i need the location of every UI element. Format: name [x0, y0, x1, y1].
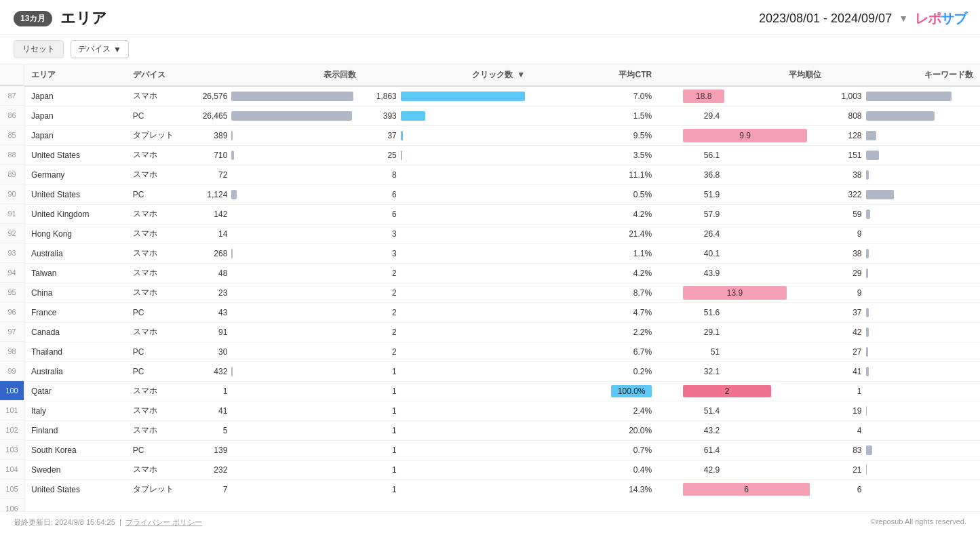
- top-left: 13カ月 エリア: [14, 8, 107, 28]
- cell-clicks: 2: [363, 263, 532, 283]
- cell-clicks: 2: [363, 302, 532, 322]
- cell-device: スマホ: [126, 224, 194, 243]
- cell-keywords: 322: [828, 184, 980, 204]
- col-header-clicks[interactable]: クリック数 ▼: [363, 64, 532, 86]
- cell-device: スマホ: [126, 263, 194, 283]
- privacy-link[interactable]: プライバシー ポリシー: [125, 518, 202, 526]
- cell-keywords: 808: [828, 106, 980, 125]
- data-table-container: エリア デバイス 表示回数 クリック数 ▼ 平均CTR 平均順位 キーワード数 …: [24, 64, 980, 511]
- table-row: FrancePC 43 2 4.7% 51.6 37: [24, 302, 980, 322]
- cell-area: United Kingdom: [24, 204, 126, 224]
- scroll-area[interactable]: エリア デバイス 表示回数 クリック数 ▼ 平均CTR 平均順位 キーワード数 …: [24, 64, 980, 496]
- row-number: 98: [0, 342, 24, 361]
- col-header-ctr: 平均CTR: [532, 64, 659, 86]
- col-header-area: エリア: [24, 64, 126, 86]
- cell-area: Japan: [24, 125, 126, 145]
- cell-clicks: 2: [363, 342, 532, 361]
- cell-clicks: 1: [363, 420, 532, 440]
- table-row: Italyスマホ 41 1 2.4% 51.4 19: [24, 401, 980, 420]
- cell-keywords: 38: [828, 243, 980, 263]
- cell-clicks: 3: [363, 224, 532, 243]
- table-row: Chinaスマホ 23 2 8.7% 13.9 9: [24, 283, 980, 302]
- table-row: Australiaスマホ 268 3 1.1% 40.1 38: [24, 243, 980, 263]
- cell-avg-rank: 6: [659, 479, 827, 496]
- cell-keywords: 1,003: [828, 86, 980, 106]
- cell-avg-rank: 43.2: [659, 420, 827, 440]
- cell-device: スマホ: [126, 243, 194, 263]
- cell-area: Hong Kong: [24, 224, 126, 243]
- cell-device: スマホ: [126, 322, 194, 342]
- table-row: Finlandスマホ 5 1 20.0% 43.2 4: [24, 420, 980, 440]
- cell-device: スマホ: [126, 86, 194, 106]
- cell-keywords: 29: [828, 263, 980, 283]
- cell-ctr: 0.4%: [532, 460, 659, 479]
- cell-area: Thailand: [24, 342, 126, 361]
- table-row: United Kingdomスマホ 142 6 4.2% 57.9 59: [24, 204, 980, 224]
- cell-keywords: 59: [828, 204, 980, 224]
- cell-impressions: 1,124: [193, 184, 362, 204]
- col-header-device: デバイス: [126, 64, 194, 86]
- table-row: ThailandPC 30 2 6.7% 51 27: [24, 342, 980, 361]
- cell-impressions: 48: [193, 263, 362, 283]
- cell-clicks: 6: [363, 184, 532, 204]
- cell-area: Taiwan: [24, 263, 126, 283]
- cell-ctr: 4.2%: [532, 204, 659, 224]
- cell-keywords: 83: [828, 440, 980, 460]
- period-badge: 13カ月: [14, 11, 52, 26]
- cell-clicks: 8: [363, 165, 532, 184]
- cell-area: South Korea: [24, 440, 126, 460]
- cell-device: スマホ: [126, 420, 194, 440]
- row-number: 95: [0, 283, 24, 302]
- device-select[interactable]: デバイス ▼: [71, 40, 129, 58]
- cell-clicks: 1: [363, 479, 532, 496]
- cell-avg-rank: 61.4: [659, 440, 827, 460]
- table-row: United Statesタブレット 7 1 14.3% 6 6: [24, 479, 980, 496]
- cell-avg-rank: 32.1: [659, 361, 827, 381]
- cell-clicks: 1: [363, 401, 532, 420]
- cell-impressions: 26,465: [193, 106, 362, 125]
- chevron-down-icon: ▼: [113, 45, 121, 54]
- cell-avg-rank: 57.9: [659, 204, 827, 224]
- cell-area: Sweden: [24, 460, 126, 479]
- cell-avg-rank: 51.6: [659, 302, 827, 322]
- sort-icon: ▼: [517, 70, 525, 79]
- cell-impressions: 26,576: [193, 86, 362, 106]
- table-row: Germanyスマホ 72 8 11.1% 36.8 38: [24, 165, 980, 184]
- cell-area: United States: [24, 479, 126, 496]
- cell-ctr: 21.4%: [532, 224, 659, 243]
- cell-avg-rank: 29.1: [659, 322, 827, 342]
- cell-keywords: 38: [828, 165, 980, 184]
- row-number: 85: [0, 125, 24, 145]
- row-number: 90: [0, 184, 24, 204]
- chevron-down-icon[interactable]: ▼: [899, 13, 908, 24]
- table-row: Canadaスマホ 91 2 2.2% 29.1 42: [24, 322, 980, 342]
- cell-keywords: 1: [828, 381, 980, 401]
- row-number: 97: [0, 322, 24, 342]
- cell-clicks: 6: [363, 204, 532, 224]
- cell-impressions: 91: [193, 322, 362, 342]
- cell-clicks: 1,863: [363, 86, 532, 106]
- cell-keywords: 27: [828, 342, 980, 361]
- cell-area: United States: [24, 145, 126, 165]
- cell-keywords: 4: [828, 420, 980, 440]
- row-number: 102: [0, 420, 24, 440]
- footer-right: ©reposub All rights reserved.: [871, 517, 966, 528]
- top-right: 2023/08/01 - 2024/09/07 ▼ レポサブ: [759, 9, 966, 28]
- cell-clicks: 1: [363, 361, 532, 381]
- cell-impressions: 268: [193, 243, 362, 263]
- cell-avg-rank: 9.9: [659, 125, 827, 145]
- table-row: Qatarスマホ 1 1 100.0% 2 1: [24, 381, 980, 401]
- cell-avg-rank: 29.4: [659, 106, 827, 125]
- cell-device: タブレット: [126, 125, 194, 145]
- cell-keywords: 19: [828, 401, 980, 420]
- cell-avg-rank: 26.4: [659, 224, 827, 243]
- cell-avg-rank: 42.9: [659, 460, 827, 479]
- reset-button[interactable]: リセット: [14, 40, 64, 58]
- cell-device: PC: [126, 106, 194, 125]
- cell-keywords: 21: [828, 460, 980, 479]
- table-row: Taiwanスマホ 48 2 4.2% 43.9 29: [24, 263, 980, 283]
- cell-device: PC: [126, 184, 194, 204]
- cell-device: PC: [126, 440, 194, 460]
- cell-ctr: 8.7%: [532, 283, 659, 302]
- cell-impressions: 43: [193, 302, 362, 322]
